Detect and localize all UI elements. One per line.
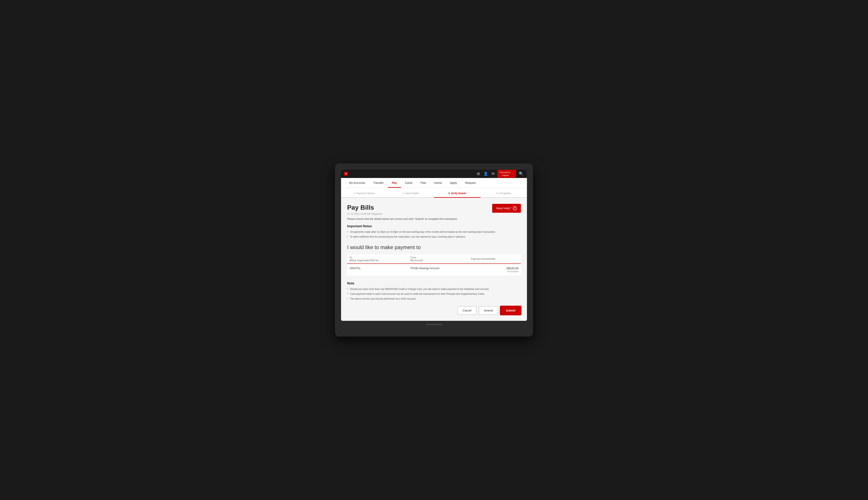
nav-item-pay[interactable]: Pay — [388, 178, 401, 188]
payment-section-title: I would like to make payment to — [347, 244, 521, 250]
payment-from: POSB eSavings Account — [408, 264, 469, 276]
logout-arrow-icon: → — [511, 172, 514, 175]
intro-text: Please ensure that the details below are… — [347, 217, 521, 220]
nav-item-apply[interactable]: Apply — [446, 178, 461, 188]
important-notes-title: Important Notes — [347, 225, 521, 228]
content-header: Pay Bills 27 Jul 2021 10:49 AM Singapore… — [347, 204, 521, 215]
col-header-amount: Payment Amount/Date — [469, 254, 521, 264]
help-icon: ? — [513, 206, 517, 210]
mail-icon-button[interactable]: ✉ — [491, 171, 495, 177]
logout-button[interactable]: Proceed toLogout → — [498, 170, 516, 178]
actions-bar: Cancel Amend Submit — [347, 306, 521, 315]
col-header-to: To Billing Organisation/Ref No — [347, 254, 408, 264]
important-notes-list: All payments made after 11:30pm (or 8:30… — [347, 230, 521, 239]
step-input-details[interactable]: 2. Input Details — [388, 190, 434, 197]
nav-item-my-accounts[interactable]: My Accounts — [345, 178, 369, 188]
payment-timing: Immediate — [507, 270, 518, 273]
step-completion[interactable]: 4. Completion — [480, 190, 527, 197]
laptop-notch — [426, 324, 442, 325]
important-notes-section: Important Notes All payments made after … — [347, 225, 521, 239]
important-note-1: All payments made after 11:30pm (or 8:30… — [347, 230, 521, 234]
main-content: Pay Bills 27 Jul 2021 10:49 AM Singapore… — [341, 198, 527, 321]
note-section: Note Should you have more than one DBS/P… — [347, 282, 521, 300]
note-1: Should you have more than one DBS/POSB C… — [347, 287, 521, 291]
payment-row: SINGTEL POSB eSavings Account S$100.00 I… — [347, 264, 521, 276]
search-icon-button[interactable]: 🔍 — [518, 171, 524, 177]
nav-item-invest[interactable]: Invest — [430, 178, 446, 188]
title-area: Pay Bills 27 Jul 2021 10:49 AM Singapore — [347, 204, 382, 215]
col-header-from: From My Account — [408, 254, 469, 264]
step-payment-options[interactable]: 1. Payment Options — [341, 190, 388, 197]
page-title: Pay Bills — [347, 204, 382, 211]
nav-bar: My Accounts Transfer Pay Cards Plan Inve… — [341, 178, 527, 188]
notes-list: Should you have more than one DBS/POSB C… — [347, 287, 521, 300]
nav-item-transfer[interactable]: Transfer — [369, 178, 388, 188]
col-header-from-sub: My Account — [411, 259, 423, 262]
top-bar-left: ✕ — [344, 172, 348, 176]
step-verify-details[interactable]: 3. Verify Details — [434, 190, 480, 197]
help-button[interactable]: Need Help? ? — [492, 204, 521, 213]
nav-item-cards[interactable]: Cards — [401, 178, 416, 188]
col-header-to-sub: Billing Organisation/Ref No — [350, 259, 379, 262]
note-title: Note — [347, 282, 521, 285]
steps-bar: 1. Payment Options 2. Input Details 3. V… — [341, 188, 527, 198]
nav-item-plan[interactable]: Plan — [416, 178, 430, 188]
logout-label: Proceed toLogout — [500, 171, 511, 177]
top-bar-right: ⊞ 👤 ✉ Proceed toLogout → 🔍 — [476, 170, 524, 178]
amend-button[interactable]: Amend — [479, 306, 498, 315]
payment-amount-cell: S$100.00 Immediate — [469, 264, 521, 276]
timestamp: 27 Jul 2021 10:49 AM Singapore — [347, 213, 382, 215]
payment-to: SINGTEL — [347, 264, 408, 276]
payment-amount: S$100.00 — [471, 267, 518, 270]
note-2: Card payment made to each Card account c… — [347, 292, 521, 296]
nav-item-request[interactable]: Request — [461, 178, 480, 188]
submit-button[interactable]: Submit — [501, 306, 521, 315]
note-3: The above service can only be performed … — [347, 297, 521, 300]
laptop-base — [341, 322, 527, 327]
steps-list: 1. Payment Options 2. Input Details 3. V… — [341, 190, 527, 197]
top-bar: ✕ ⊞ 👤 ✉ Proceed toLogout → 🔍 — [341, 170, 527, 178]
close-button[interactable]: ✕ — [344, 172, 348, 176]
payment-table: To Billing Organisation/Ref No From My A… — [347, 254, 521, 276]
important-note-2: To allow sufficient time for processing … — [347, 235, 521, 239]
grid-icon-button[interactable]: ⊞ — [476, 171, 481, 177]
help-button-label: Need Help? — [496, 207, 511, 210]
cancel-button[interactable]: Cancel — [458, 306, 477, 315]
user-icon-button[interactable]: 👤 — [483, 171, 489, 177]
nav-items: My Accounts Transfer Pay Cards Plan Inve… — [345, 178, 523, 188]
screen: ✕ ⊞ 👤 ✉ Proceed toLogout → 🔍 My Accounts… — [341, 170, 527, 321]
laptop-frame: ✕ ⊞ 👤 ✉ Proceed toLogout → 🔍 My Accounts… — [335, 163, 533, 337]
